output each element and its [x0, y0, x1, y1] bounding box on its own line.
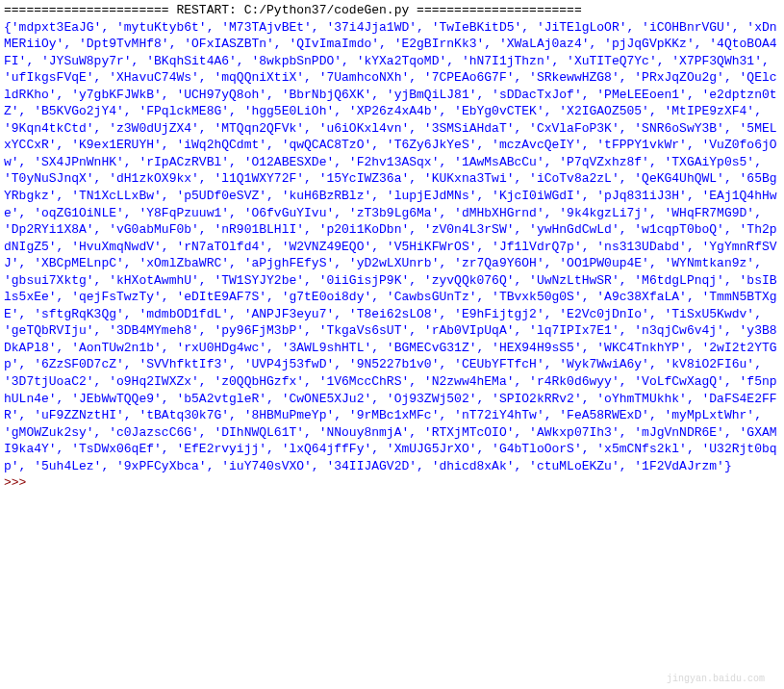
restart-path: C:/Python37/codeGen.py: [244, 3, 410, 17]
set-output: {'mdpxt3EaJG', 'mytuKtyb6t', 'M73TAjvBEt…: [4, 19, 780, 475]
restart-suffix: ======================: [409, 3, 581, 17]
restart-prefix: ====================== RESTART:: [4, 3, 244, 17]
restart-banner: ====================== RESTART: C:/Pytho…: [4, 2, 780, 19]
watermark-line1: [753, 668, 765, 672]
prompt[interactable]: >>>: [4, 474, 780, 492]
watermark-line2: jingyan.baidu.com: [667, 673, 765, 686]
